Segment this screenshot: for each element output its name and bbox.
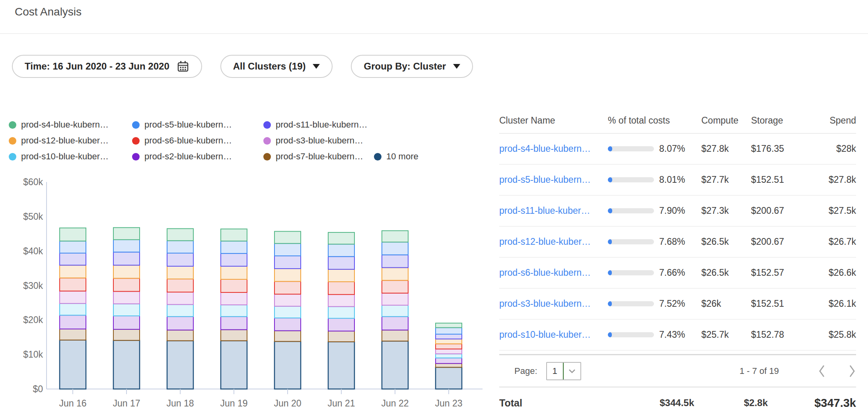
bar-segment[interactable] [167, 341, 193, 389]
bar-segment[interactable] [113, 304, 140, 316]
bar-segment[interactable] [328, 318, 354, 331]
cluster-name-link[interactable]: prod-s3-blue-kubern… [499, 298, 606, 309]
legend-item[interactable]: prod-s4-blue-kubern… [9, 120, 132, 130]
bar-segment[interactable] [274, 306, 301, 318]
bar-segment[interactable] [382, 317, 408, 330]
clusters-dropdown[interactable]: All Clusters (19) [220, 55, 333, 78]
bar-segment[interactable] [328, 331, 354, 342]
cluster-name-link[interactable]: prod-s10-blue-kuber… [499, 329, 606, 340]
legend-item[interactable]: prod-s12-blue-kuber… [9, 135, 132, 146]
bar-segment[interactable] [436, 349, 462, 354]
bar-segment[interactable] [221, 266, 247, 279]
bar-segment[interactable] [274, 269, 301, 281]
bar-segment[interactable] [382, 330, 408, 341]
bar-segment[interactable] [382, 293, 408, 305]
group-by-dropdown[interactable]: Group By: Cluster [351, 55, 473, 78]
bar-segment[interactable] [274, 256, 301, 269]
bar-segment[interactable] [328, 232, 354, 244]
time-range-button[interactable]: Time: 16 Jun 2020 - 23 Jun 2020 [12, 55, 202, 78]
legend-item[interactable]: 10 more [374, 151, 418, 162]
bar-segment[interactable] [328, 257, 354, 269]
bar-segment[interactable] [221, 317, 247, 330]
legend-item[interactable]: prod-s6-blue-kubern… [132, 135, 263, 146]
bar-segment[interactable] [328, 282, 354, 294]
cluster-name-link[interactable]: prod-s11-blue-kuber… [499, 205, 606, 216]
bar-segment[interactable] [274, 281, 301, 294]
bar-segment[interactable] [113, 228, 140, 240]
bar-segment[interactable] [436, 339, 462, 344]
bar-segment[interactable] [274, 294, 301, 306]
bar-segment[interactable] [382, 255, 408, 267]
next-page-button[interactable] [848, 364, 856, 378]
cluster-name-link[interactable]: prod-s6-blue-kubern… [499, 267, 606, 278]
bar-segment[interactable] [221, 330, 247, 341]
bar-segment[interactable] [436, 354, 462, 358]
bar-segment[interactable] [436, 367, 462, 389]
bar-segment[interactable] [436, 344, 462, 349]
bar-segment[interactable] [274, 244, 301, 256]
cluster-name-link[interactable]: prod-s12-blue-kuber… [499, 236, 606, 247]
bar-segment[interactable] [60, 291, 86, 303]
bar-segment[interactable] [167, 304, 193, 316]
bar-segment[interactable] [274, 331, 301, 341]
bar-segment[interactable] [382, 242, 408, 255]
page-select[interactable]: 1 [546, 362, 581, 380]
prev-page-button[interactable] [818, 364, 826, 378]
bar-segment[interactable] [436, 358, 462, 364]
bar-segment[interactable] [113, 329, 140, 341]
bar-segment[interactable] [221, 229, 247, 241]
bar-segment[interactable] [382, 231, 408, 242]
bar-segment[interactable] [113, 316, 140, 329]
legend-item[interactable]: prod-s5-blue-kubern… [132, 120, 263, 130]
legend-item[interactable]: prod-s7-blue-kubern… [263, 151, 374, 162]
bar-segment[interactable] [60, 265, 86, 278]
bar-segment[interactable] [382, 267, 408, 280]
bar-segment[interactable] [436, 334, 462, 339]
bar-segment[interactable] [221, 241, 247, 254]
bar-segment[interactable] [60, 278, 86, 291]
bar-segment[interactable] [167, 292, 193, 304]
bar-segment[interactable] [328, 342, 354, 389]
bar-segment[interactable] [382, 341, 408, 389]
bar-segment[interactable] [328, 307, 354, 319]
bar-segment[interactable] [113, 252, 140, 265]
legend-item[interactable]: prod-s10-blue-kuber… [9, 151, 132, 162]
bar-segment[interactable] [382, 281, 408, 293]
bar-segment[interactable] [436, 327, 462, 334]
bar-segment[interactable] [113, 265, 140, 278]
bar-segment[interactable] [167, 241, 193, 253]
bar-segment[interactable] [167, 330, 193, 341]
legend-item[interactable]: prod-s2-blue-kubern… [132, 151, 263, 162]
bar-segment[interactable] [328, 294, 354, 306]
bar-segment[interactable] [274, 231, 301, 243]
legend-item[interactable]: prod-s11-blue-kubern… [263, 120, 374, 130]
bar-segment[interactable] [274, 318, 301, 331]
bar-segment[interactable] [328, 269, 354, 282]
bar-segment[interactable] [221, 341, 247, 389]
bar-segment[interactable] [436, 323, 462, 327]
bar-segment[interactable] [436, 364, 462, 368]
bar-segment[interactable] [382, 305, 408, 317]
bar-segment[interactable] [60, 329, 86, 340]
bar-segment[interactable] [167, 279, 193, 292]
bar-segment[interactable] [167, 228, 193, 240]
bar-segment[interactable] [60, 340, 86, 389]
bar-segment[interactable] [221, 305, 247, 317]
bar-segment[interactable] [167, 253, 193, 266]
bar-segment[interactable] [113, 240, 140, 252]
bar-segment[interactable] [167, 317, 193, 330]
bar-segment[interactable] [60, 304, 86, 315]
cluster-name-link[interactable]: prod-s5-blue-kubern… [499, 174, 606, 185]
bar-segment[interactable] [274, 341, 301, 389]
bar-segment[interactable] [167, 266, 193, 279]
cluster-name-link[interactable]: prod-s4-blue-kubern… [499, 143, 606, 154]
legend-item[interactable]: prod-s3-blue-kubern… [263, 135, 374, 146]
bar-segment[interactable] [221, 254, 247, 266]
bar-segment[interactable] [221, 292, 247, 305]
bar-segment[interactable] [113, 278, 140, 291]
bar-segment[interactable] [60, 228, 86, 241]
bar-segment[interactable] [60, 241, 86, 253]
bar-segment[interactable] [60, 315, 86, 329]
bar-segment[interactable] [221, 279, 247, 292]
bar-segment[interactable] [113, 341, 140, 389]
